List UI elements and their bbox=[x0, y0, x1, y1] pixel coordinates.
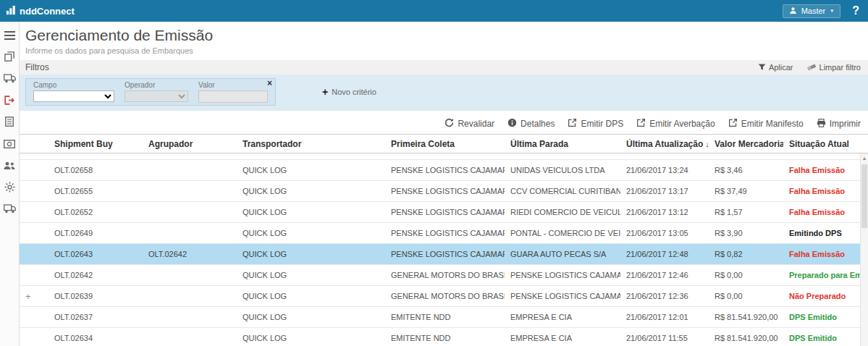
user-label: Master bbox=[801, 7, 826, 15]
cell-transportador: QUICK LOG bbox=[237, 202, 385, 222]
emit-dps-button[interactable]: Emitir DPS bbox=[568, 118, 623, 130]
cell-agrupador bbox=[143, 307, 237, 327]
column-header-ultima-atualizacao[interactable]: Última Atualização↓ bbox=[620, 139, 709, 149]
column-header-situacao-atual[interactable]: Situação Atual bbox=[783, 139, 868, 149]
print-button[interactable]: Imprimir bbox=[817, 119, 861, 130]
column-header-shipment-buy[interactable]: Shipment Buy bbox=[49, 139, 143, 149]
user-menu-button[interactable]: Master ▼ bbox=[783, 4, 841, 18]
table-row[interactable]: OLT.02652 QUICK LOG PENSKE LOGISTICS CAJ… bbox=[20, 202, 860, 223]
sidebar-item-menu[interactable] bbox=[0, 27, 20, 46]
column-header-ultima-parada[interactable]: Última Parada bbox=[505, 139, 620, 149]
clear-filter-button[interactable]: Limpar filtro bbox=[806, 63, 861, 72]
campo-label: Campo bbox=[33, 81, 114, 89]
filters-title: Filtros bbox=[25, 62, 49, 72]
cell-shipment-buy: OLT.02655 bbox=[49, 181, 143, 201]
page-title: Gerenciamento de Emissão bbox=[25, 27, 862, 44]
cell-ultima-parada: PONTAL - COMERCIO DE VEICULOS E PEC... bbox=[505, 223, 620, 243]
brand: nddConnect bbox=[6, 5, 75, 17]
table-row[interactable]: OLT.02637 QUICK LOG EMITENTE NDD EMPRESA… bbox=[20, 307, 860, 328]
row-expand-toggle[interactable] bbox=[20, 223, 49, 243]
row-expand-toggle[interactable]: + bbox=[20, 286, 49, 306]
column-header-valor-mercadoria[interactable]: Valor Mercadoria bbox=[709, 139, 783, 149]
sidebar-item-money[interactable] bbox=[0, 135, 20, 154]
emission-icon bbox=[4, 95, 15, 108]
table-row[interactable]: OLT.02661 QUICK LOG EMITENTE NDD EMPRESA… bbox=[20, 153, 860, 160]
cell-primeira-coleta: EMITENTE NDD bbox=[385, 328, 505, 346]
cell-primeira-coleta: PENSKE LOGISTICS CAJAMAR bbox=[385, 223, 505, 243]
cell-valor-mercadoria: R$ 1,57 bbox=[709, 202, 783, 222]
scrollbar-thumb[interactable] bbox=[861, 164, 867, 228]
valor-input[interactable] bbox=[198, 90, 268, 103]
table-row[interactable]: OLT.02643 OLT.02642 QUICK LOG PENSKE LOG… bbox=[20, 244, 860, 265]
cell-ultima-atualizacao: 21/06/2017 12:01 bbox=[620, 307, 709, 327]
apply-filter-label: Aplicar bbox=[769, 63, 793, 72]
status-badge: Falha Emissão bbox=[783, 181, 860, 201]
vertical-scrollbar[interactable]: ▲ bbox=[860, 153, 868, 346]
operador-label: Operador bbox=[125, 81, 188, 89]
emit-averbacao-label: Emitir Averbação bbox=[649, 119, 715, 129]
sidebar bbox=[0, 22, 20, 346]
users-icon bbox=[4, 160, 15, 173]
cell-valor-mercadoria: R$ 37,49 bbox=[709, 181, 783, 201]
table-row[interactable]: OLT.02658 QUICK LOG PENSKE LOGISTICS CAJ… bbox=[20, 160, 860, 181]
row-expand-toggle[interactable] bbox=[20, 265, 49, 285]
campo-select[interactable] bbox=[33, 90, 114, 102]
document-icon bbox=[5, 117, 14, 130]
row-expand-toggle[interactable] bbox=[20, 153, 49, 159]
cell-primeira-coleta: PENSKE LOGISTICS CAJAMAR bbox=[385, 244, 505, 264]
table-row[interactable]: + OLT.02639 QUICK LOG GENERAL MOTORS DO … bbox=[20, 286, 860, 307]
close-icon[interactable]: × bbox=[267, 79, 272, 88]
table-row[interactable]: OLT.02649 QUICK LOG PENSKE LOGISTICS CAJ… bbox=[20, 223, 860, 244]
sidebar-item-emission[interactable] bbox=[0, 92, 20, 111]
table-row[interactable]: OLT.02655 QUICK LOG PENSKE LOGISTICS CAJ… bbox=[20, 181, 860, 202]
cell-primeira-coleta: PENSKE LOGISTICS CAJAMAR bbox=[385, 181, 505, 201]
cell-primeira-coleta: PENSKE LOGISTICS CAJAMAR bbox=[385, 160, 505, 180]
emit-manifesto-button[interactable]: Emitir Manifesto bbox=[728, 118, 804, 130]
cell-ultima-atualizacao: 21/06/2017 13:12 bbox=[620, 202, 709, 222]
fleet-truck-icon bbox=[4, 203, 16, 216]
cell-valor-mercadoria: R$ 81.541.920,00 bbox=[709, 153, 783, 159]
sidebar-item-document[interactable] bbox=[0, 114, 20, 132]
sidebar-item-documents[interactable] bbox=[0, 48, 20, 67]
scroll-up-arrow-icon[interactable]: ▲ bbox=[861, 153, 868, 163]
cell-shipment-buy: OLT.02652 bbox=[49, 202, 143, 222]
printer-icon bbox=[817, 119, 826, 130]
column-header-primeira-coleta[interactable]: Primeira Coleta bbox=[385, 139, 505, 149]
print-label: Imprimir bbox=[830, 119, 861, 129]
row-expand-toggle[interactable] bbox=[20, 328, 49, 346]
help-button[interactable]: ? bbox=[852, 4, 859, 17]
apply-filter-button[interactable]: Aplicar bbox=[758, 63, 793, 72]
row-expand-toggle[interactable] bbox=[20, 160, 49, 180]
cell-transportador: QUICK LOG bbox=[237, 153, 385, 159]
truck-icon bbox=[4, 73, 16, 86]
table-row[interactable]: OLT.02642 QUICK LOG GENERAL MOTORS DO BR… bbox=[20, 265, 860, 286]
column-header-agrupador[interactable]: Agrupador bbox=[143, 139, 237, 149]
cell-transportador: QUICK LOG bbox=[237, 265, 385, 285]
settings-icon bbox=[4, 182, 15, 195]
row-expand-toggle[interactable] bbox=[20, 307, 49, 327]
action-toolbar: Revalidar Detalhes Emitir DPS bbox=[20, 111, 868, 134]
page-header: Gerenciamento de Emissão Informe os dado… bbox=[20, 22, 868, 55]
sidebar-item-settings[interactable] bbox=[0, 179, 20, 198]
cell-ultima-atualizacao: 21/06/2017 12:36 bbox=[620, 286, 709, 306]
emit-averbacao-button[interactable]: Emitir Averbação bbox=[636, 118, 715, 130]
column-header-transportador[interactable]: Transportador bbox=[237, 139, 385, 149]
row-expand-toggle[interactable] bbox=[20, 244, 49, 264]
row-expand-toggle[interactable] bbox=[20, 202, 49, 222]
status-badge: Emitindo DPS bbox=[783, 223, 860, 243]
cell-ultima-atualizacao: 21/06/2017 13:05 bbox=[620, 223, 709, 243]
sidebar-item-fleet-truck[interactable] bbox=[0, 201, 20, 219]
new-criteria-button[interactable]: + Novo critério bbox=[322, 86, 376, 98]
sidebar-item-truck[interactable] bbox=[0, 70, 20, 89]
brand-label: nddConnect bbox=[20, 6, 75, 17]
cell-ultima-atualizacao: 21/06/2017 13:24 bbox=[620, 160, 709, 180]
sidebar-item-users[interactable] bbox=[0, 157, 20, 176]
details-button[interactable]: Detalhes bbox=[507, 118, 555, 130]
operador-select[interactable] bbox=[125, 90, 188, 102]
revalidate-button[interactable]: Revalidar bbox=[444, 118, 494, 130]
row-expand-toggle[interactable] bbox=[20, 181, 49, 201]
cell-valor-mercadoria: R$ 81.541.920,00 bbox=[709, 328, 783, 346]
valor-label: Valor bbox=[198, 81, 268, 89]
table-row[interactable]: OLT.02634 QUICK LOG EMITENTE NDD EMPRESA… bbox=[20, 328, 860, 346]
cell-valor-mercadoria: R$ 3,90 bbox=[709, 223, 783, 243]
